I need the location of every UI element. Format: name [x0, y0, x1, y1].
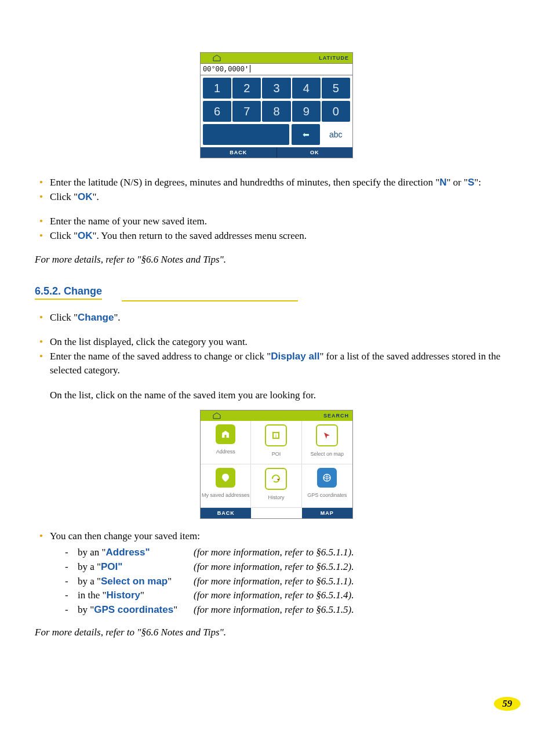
change-label: Change: [78, 312, 114, 323]
poi-icon: i: [265, 424, 287, 446]
change-option-poi: - by a "POI" (for more information, refe…: [61, 560, 518, 575]
search-gps-coordinates-label: GPS coordinates: [302, 490, 352, 501]
ok-label: OK: [78, 191, 93, 202]
search-saved-addresses-button[interactable]: My saved addresses: [201, 464, 251, 508]
keypad-input-row: 00°00,0000': [201, 63, 352, 75]
keypad-footer: BACK OK: [201, 147, 352, 158]
backspace-key[interactable]: ⬅: [292, 124, 321, 145]
latitude-keypad-screenshot: LATITUDE 00°00,0000' 1 2 3 4 5 6 7 8 9 0: [200, 52, 353, 158]
key-0[interactable]: 0: [322, 101, 350, 122]
search-map-button[interactable]: MAP: [302, 508, 352, 518]
change-options-list: - by an "Address" (for more information,…: [61, 546, 518, 617]
key-9[interactable]: 9: [292, 101, 321, 122]
search-select-on-map-button[interactable]: Select on map: [302, 421, 352, 464]
instruction-enter-name: Enter the name of your new saved item.: [38, 215, 518, 229]
key-1[interactable]: 1: [203, 78, 231, 99]
search-menu-screenshot: SEARCH Address i POI Select on map: [200, 410, 353, 519]
instruction-list-1: Enter the latitude (N/S) in degrees, min…: [35, 176, 518, 204]
address-icon: [216, 424, 235, 444]
change-option-address: - by an "Address" (for more information,…: [61, 546, 518, 560]
search-poi-label: POI: [251, 449, 301, 460]
ok-label-2: OK: [78, 230, 93, 241]
saved-addresses-icon: [216, 468, 235, 488]
instruction-click-ok-2: Click "OK". You then return to the saved…: [38, 229, 518, 243]
keypad-ok-button[interactable]: OK: [277, 147, 353, 158]
search-back-button[interactable]: BACK: [201, 508, 251, 518]
svg-rect-0: [225, 435, 227, 438]
search-title: SEARCH: [233, 413, 352, 419]
key-6[interactable]: 6: [203, 101, 231, 122]
instruction-list-5: You can then change your saved item: - b…: [35, 529, 518, 617]
manual-page: LATITUDE 00°00,0000' 1 2 3 4 5 6 7 8 9 0: [0, 0, 553, 756]
instruction-list-3: Click "Change".: [35, 311, 518, 325]
search-history-button[interactable]: History: [251, 464, 301, 508]
section-heading-change: 6.5.2. Change: [35, 285, 518, 301]
instruction-enter-latitude: Enter the latitude (N/S) in degrees, min…: [38, 176, 518, 190]
instruction-change-intro: You can then change your saved item: - b…: [38, 529, 518, 617]
page-number: 59: [503, 698, 512, 710]
instruction-display-all: Enter the name of the saved address to c…: [38, 350, 518, 378]
search-grid: Address i POI Select on map My saved add…: [201, 421, 352, 508]
instruction-click-saved-name: On the list, click on the name of the sa…: [35, 388, 518, 403]
instruction-click-change: Click "Change".: [38, 311, 518, 325]
keypad-title: LATITUDE: [233, 55, 352, 61]
keypad-spacer: [203, 124, 289, 145]
instruction-click-category: On the list displayed, click the categor…: [38, 335, 518, 350]
search-gps-coordinates-button[interactable]: GPS coordinates: [302, 464, 352, 508]
display-all-label: Display all: [271, 351, 319, 362]
change-option-history: - in the "History" (for more information…: [61, 588, 518, 603]
latitude-input-value: 00°00,0000': [203, 65, 250, 74]
gps-coordinates-icon: [317, 468, 337, 488]
search-history-label: History: [251, 492, 301, 504]
home-icon: [201, 53, 233, 63]
search-saved-addresses-label: My saved addresses: [201, 490, 250, 501]
key-7[interactable]: 7: [232, 101, 261, 122]
page-number-badge: 59: [494, 697, 521, 711]
abc-key[interactable]: abc: [321, 124, 350, 145]
section-heading-text: 6.5.2. Change: [35, 285, 102, 300]
search-footer: BACK MAP: [201, 508, 352, 518]
note-1: For more details, refer to "§6.6 Notes a…: [35, 254, 518, 266]
key-3[interactable]: 3: [262, 78, 290, 99]
key-2[interactable]: 2: [232, 78, 261, 99]
change-option-gps-coordinates: - by "GPS coordinates" (for more informa…: [61, 603, 518, 617]
search-address-button[interactable]: Address: [201, 421, 251, 464]
search-header: SEARCH: [201, 410, 352, 421]
n-label: N: [439, 177, 446, 188]
svg-text:i: i: [275, 433, 276, 439]
key-8[interactable]: 8: [262, 101, 290, 122]
select-on-map-icon: [316, 424, 338, 446]
instruction-click-ok-1: Click "OK".: [38, 190, 518, 205]
keypad-header: LATITUDE: [201, 53, 352, 63]
note-2: For more details, refer to "§6.6 Notes a…: [35, 627, 518, 638]
instruction-list-4: On the list displayed, click the categor…: [35, 335, 518, 378]
search-footer-spacer: [251, 508, 301, 518]
change-option-select-on-map: - by a "Select on map" (for more informa…: [61, 575, 518, 589]
search-poi-button[interactable]: i POI: [251, 421, 301, 464]
search-select-on-map-label: Select on map: [302, 449, 352, 460]
history-icon: [265, 468, 287, 490]
backspace-icon: ⬅: [303, 130, 310, 139]
key-4[interactable]: 4: [292, 78, 321, 99]
instruction-list-2: Enter the name of your new saved item. C…: [35, 215, 518, 243]
keypad-back-button[interactable]: BACK: [201, 147, 277, 158]
s-label: S: [468, 177, 474, 188]
search-address-label: Address: [201, 446, 250, 458]
key-5[interactable]: 5: [322, 78, 350, 99]
keypad-grid: 1 2 3 4 5 6 7 8 9 0 ⬅ abc: [201, 75, 352, 147]
home-icon: [201, 410, 233, 421]
